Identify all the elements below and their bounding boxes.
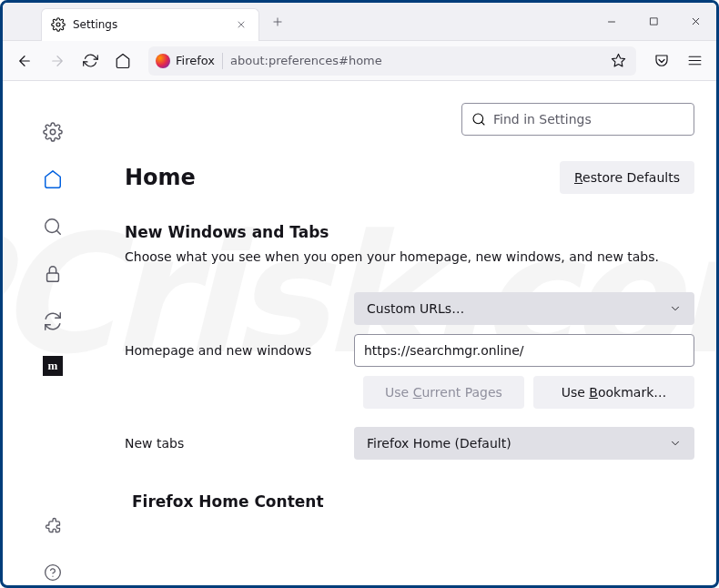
sidebar-item-extensions[interactable] <box>40 512 66 538</box>
settings-sidebar: m <box>3 81 103 585</box>
use-bookmark-button[interactable]: Use Bookmark… <box>533 376 694 409</box>
urlbar-identity: Firefox <box>156 54 215 68</box>
svg-marker-2 <box>612 54 624 66</box>
section-home-content-title: Firefox Home Content <box>132 492 694 511</box>
minimize-button[interactable] <box>591 3 633 41</box>
section-new-windows-desc: Choose what you see when you open your h… <box>125 248 694 267</box>
sidebar-item-search[interactable] <box>40 214 66 239</box>
homepage-url-input[interactable] <box>354 334 694 367</box>
urlbar-separator <box>222 53 223 69</box>
mozilla-icon: m <box>43 356 63 376</box>
home-button[interactable] <box>108 46 137 76</box>
new-tab-button[interactable] <box>265 9 290 35</box>
settings-main: Home Restore Defaults New Windows and Ta… <box>103 81 716 585</box>
use-current-pages-button[interactable]: Use Current Pages <box>363 376 524 409</box>
urlbar-url: about:preferences#home <box>230 54 382 67</box>
tab-title: Settings <box>73 18 226 31</box>
homepage-mode-value: Custom URLs… <box>367 301 464 316</box>
sidebar-item-more-mozilla[interactable]: m <box>43 356 63 376</box>
sidebar-item-sync[interactable] <box>40 309 66 334</box>
bookmark-star-icon[interactable] <box>607 50 629 72</box>
close-window-button[interactable] <box>674 3 716 41</box>
page-title: Home <box>125 165 196 190</box>
sidebar-item-help[interactable] <box>40 560 66 585</box>
restore-defaults-button[interactable]: Restore Defaults <box>560 161 694 194</box>
svg-point-3 <box>50 129 56 135</box>
reload-button[interactable] <box>76 46 105 76</box>
homepage-mode-select[interactable]: Custom URLs… <box>354 292 694 325</box>
sidebar-item-home[interactable] <box>40 167 66 192</box>
gear-icon <box>51 17 66 32</box>
urlbar-identity-label: Firefox <box>176 54 215 67</box>
newtabs-select[interactable]: Firefox Home (Default) <box>354 427 694 460</box>
sidebar-item-general[interactable] <box>40 119 66 145</box>
homepage-label: Homepage and new windows <box>125 343 343 358</box>
window-controls <box>591 3 716 41</box>
close-tab-icon[interactable] <box>233 16 249 33</box>
chevron-down-icon <box>669 437 682 450</box>
settings-search-input[interactable] <box>493 112 684 127</box>
chevron-down-icon <box>669 302 682 315</box>
search-icon <box>471 112 486 127</box>
back-button[interactable] <box>10 46 39 76</box>
pocket-button[interactable] <box>647 46 676 76</box>
firefox-logo-icon <box>156 54 170 68</box>
newtabs-label: New tabs <box>125 436 343 451</box>
browser-tab[interactable]: Settings <box>41 8 259 41</box>
newtabs-value: Firefox Home (Default) <box>367 436 511 451</box>
toolbar: Firefox about:preferences#home <box>3 41 716 81</box>
titlebar: Settings <box>3 3 716 41</box>
svg-point-6 <box>46 565 61 581</box>
svg-point-0 <box>56 23 60 26</box>
svg-rect-5 <box>47 273 59 281</box>
app-menu-button[interactable] <box>680 46 709 76</box>
maximize-button[interactable] <box>633 3 674 41</box>
sidebar-item-privacy[interactable] <box>40 261 66 287</box>
section-new-windows-title: New Windows and Tabs <box>125 223 694 241</box>
svg-rect-1 <box>650 18 656 25</box>
settings-search-box[interactable] <box>461 103 694 136</box>
forward-button[interactable] <box>43 46 72 76</box>
url-bar[interactable]: Firefox about:preferences#home <box>148 46 636 76</box>
